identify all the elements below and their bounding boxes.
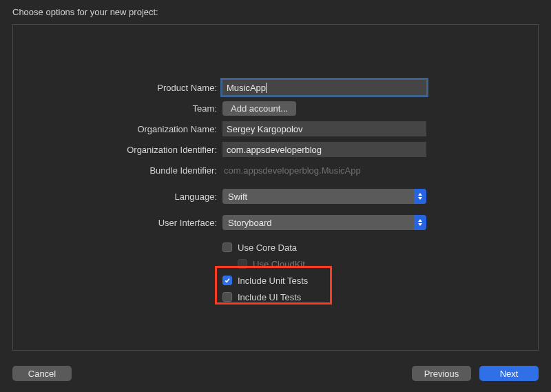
checkbox-icon (222, 292, 232, 302)
text-cursor-icon (266, 83, 267, 93)
row-bundle-id: Bundle Identifier: com.appsdeveloperblog… (13, 161, 538, 179)
language-value: Swift (228, 192, 247, 202)
checkbox-label-core-data: Use Core Data (238, 243, 297, 253)
checkbox-unit-tests[interactable]: Include Unit Tests (222, 273, 538, 288)
cancel-button[interactable]: Cancel (12, 366, 72, 381)
label-org-name: Organization Name: (13, 124, 222, 134)
footer-bar: Cancel Previous Next (12, 366, 539, 381)
sheet-title: Choose options for your new project: (12, 7, 158, 17)
checkbox-icon (238, 259, 247, 269)
previous-button[interactable]: Previous (412, 366, 471, 381)
checkbox-core-data[interactable]: Use Core Data (222, 240, 538, 255)
bundle-id-value: com.appsdeveloperblog.MusicApp (222, 165, 361, 176)
stepper-icon (414, 215, 426, 230)
checkbox-icon (222, 243, 232, 252)
product-name-value: MusicApp (227, 83, 266, 93)
checkbox-label-cloudkit: Use CloudKit (253, 259, 305, 269)
checkbox-ui-tests[interactable]: Include UI Tests (222, 289, 538, 305)
checkbox-group: Use Core Data Use CloudKit Include Unit … (13, 240, 538, 305)
label-product-name: Product Name: (13, 83, 222, 93)
checkbox-label-ui-tests: Include UI Tests (238, 292, 301, 302)
org-name-field[interactable] (222, 121, 426, 136)
row-team: Team: Add account... (13, 99, 538, 117)
language-select[interactable]: Swift (222, 189, 426, 204)
options-panel: Product Name: MusicApp Team: Add account… (12, 24, 539, 351)
label-bundle-id: Bundle Identifier: (13, 165, 222, 176)
row-product-name: Product Name: MusicApp (13, 79, 538, 96)
label-language: Language: (13, 192, 222, 202)
user-interface-value: Storyboard (228, 218, 272, 228)
org-id-field[interactable] (222, 142, 426, 157)
row-language: Language: Swift (13, 187, 538, 205)
label-team: Team: (13, 103, 222, 114)
row-org-id: Organization Identifier: (13, 141, 538, 158)
row-org-name: Organization Name: (13, 120, 538, 138)
checkbox-checked-icon (222, 276, 232, 285)
label-user-interface: User Interface: (13, 218, 222, 228)
stepper-icon (414, 189, 426, 204)
checkbox-cloudkit: Use CloudKit (222, 256, 538, 271)
next-button[interactable]: Next (479, 366, 539, 381)
row-user-interface: User Interface: Storyboard (13, 214, 538, 231)
add-account-button[interactable]: Add account... (222, 101, 296, 116)
product-name-field[interactable]: MusicApp (222, 80, 426, 95)
checkbox-label-unit-tests: Include Unit Tests (238, 276, 308, 286)
project-options-form: Product Name: MusicApp Team: Add account… (13, 79, 538, 306)
label-org-id: Organization Identifier: (13, 145, 222, 155)
sheet-header: Choose options for your new project: (0, 0, 551, 23)
user-interface-select[interactable]: Storyboard (222, 215, 426, 230)
